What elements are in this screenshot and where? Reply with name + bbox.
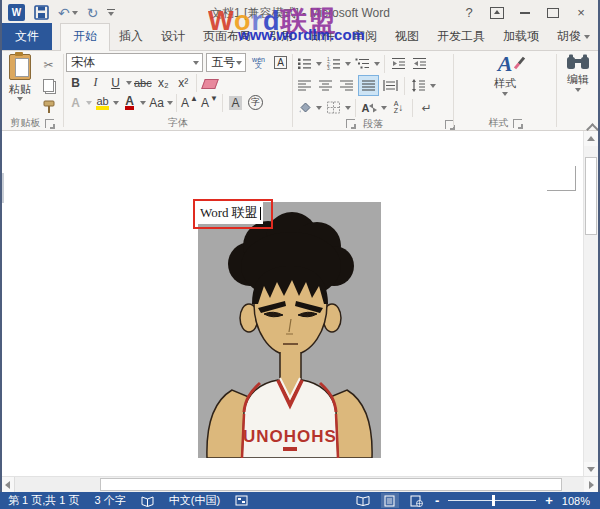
styles-button[interactable]: A 样式 bbox=[455, 51, 555, 116]
tab-addins[interactable]: 加载项 bbox=[494, 24, 548, 50]
clear-formatting-button[interactable] bbox=[200, 73, 219, 92]
tab-home[interactable]: 开始 bbox=[60, 23, 110, 51]
superscript-button[interactable]: x² bbox=[174, 73, 193, 92]
styles-dialog-launcher[interactable] bbox=[513, 119, 522, 128]
macro-record-icon[interactable] bbox=[235, 495, 248, 506]
vertical-scroll-thumb[interactable] bbox=[585, 157, 597, 235]
word-count[interactable]: 3 个字 bbox=[95, 493, 126, 508]
chevron-down-icon[interactable] bbox=[345, 106, 351, 110]
shrink-font-button[interactable]: A▼ bbox=[200, 93, 219, 112]
italic-button[interactable]: I bbox=[86, 73, 105, 92]
bullets-button[interactable] bbox=[295, 54, 314, 73]
paste-button[interactable]: 粘贴 bbox=[2, 51, 38, 101]
scroll-down-button[interactable] bbox=[584, 462, 598, 477]
asian-layout-button[interactable]: A bbox=[360, 98, 379, 117]
document-page[interactable]: UNOHOHS Word 联盟 bbox=[2, 131, 584, 477]
chevron-down-icon[interactable] bbox=[316, 62, 322, 66]
highlight-button[interactable]: ab bbox=[93, 93, 112, 112]
numbering-button[interactable]: 1.2.3. bbox=[324, 54, 343, 73]
format-painter-button[interactable] bbox=[39, 97, 58, 116]
shading-button[interactable] bbox=[295, 98, 314, 117]
chevron-down-icon[interactable] bbox=[430, 84, 436, 88]
customize-qat-button[interactable] bbox=[107, 9, 115, 16]
tab-review[interactable]: 审阅 bbox=[344, 24, 386, 50]
line-spacing-button[interactable] bbox=[409, 76, 428, 95]
horizontal-scrollbar[interactable] bbox=[0, 476, 600, 492]
proofing-icon[interactable] bbox=[141, 495, 154, 507]
text-effects-button[interactable]: A bbox=[66, 93, 85, 112]
cut-button[interactable]: ✂ bbox=[39, 55, 58, 74]
tab-developer[interactable]: 开发工具 bbox=[428, 24, 494, 50]
collapse-ribbon-button[interactable] bbox=[588, 123, 596, 128]
change-case-button[interactable]: Aa bbox=[147, 93, 166, 112]
sort-button[interactable]: AZ ↓ bbox=[389, 98, 408, 117]
tab-view[interactable]: 视图 bbox=[386, 24, 428, 50]
chevron-down-icon[interactable] bbox=[113, 101, 119, 105]
redo-icon[interactable]: ↻ bbox=[87, 6, 99, 20]
page-indicator[interactable]: 第 1 页,共 1 页 bbox=[8, 493, 80, 508]
chevron-down-icon[interactable] bbox=[86, 101, 92, 105]
chevron-down-icon[interactable] bbox=[381, 106, 387, 110]
clipboard-dialog-launcher[interactable] bbox=[45, 119, 54, 128]
justify-button[interactable] bbox=[358, 75, 379, 96]
editing-button[interactable]: 编辑 bbox=[558, 51, 598, 130]
chevron-down-icon[interactable] bbox=[126, 81, 132, 85]
copy-button[interactable] bbox=[39, 76, 58, 95]
tab-mailings[interactable]: 邮件 bbox=[302, 24, 344, 50]
language-indicator[interactable]: 中文(中国) bbox=[169, 493, 220, 508]
chevron-down-icon[interactable] bbox=[140, 101, 146, 105]
document-picture[interactable]: UNOHOHS bbox=[198, 202, 381, 458]
borders-button[interactable] bbox=[324, 98, 343, 117]
enclose-characters-button[interactable]: 字 bbox=[246, 93, 265, 112]
web-layout-button[interactable] bbox=[408, 493, 426, 508]
grow-font-button[interactable]: A▲ bbox=[180, 93, 199, 112]
chevron-down-icon[interactable] bbox=[316, 106, 322, 110]
zoom-slider-thumb[interactable] bbox=[492, 495, 495, 506]
vertical-scrollbar[interactable] bbox=[583, 131, 598, 477]
zoom-slider[interactable] bbox=[448, 495, 536, 506]
tab-user-account[interactable]: 胡俊 bbox=[548, 24, 599, 50]
show-hide-marks-button[interactable]: ↵ bbox=[417, 98, 436, 117]
undo-button[interactable]: ↶ bbox=[58, 6, 78, 20]
distribute-button[interactable] bbox=[381, 76, 400, 95]
align-left-button[interactable] bbox=[295, 76, 314, 95]
zoom-level[interactable]: 108% bbox=[562, 495, 590, 507]
tab-page-layout[interactable]: 页面布局 bbox=[194, 24, 260, 50]
tab-insert[interactable]: 插入 bbox=[110, 24, 152, 50]
scroll-right-button[interactable] bbox=[584, 477, 598, 492]
ribbon-display-options-button[interactable] bbox=[486, 4, 508, 22]
character-border-button[interactable]: A bbox=[271, 53, 290, 72]
close-button[interactable]: × bbox=[570, 4, 592, 22]
chevron-down-icon[interactable] bbox=[72, 11, 78, 15]
print-layout-button[interactable] bbox=[381, 493, 399, 508]
character-shading-button[interactable]: A bbox=[226, 93, 245, 112]
align-right-button[interactable] bbox=[337, 76, 356, 95]
tab-references[interactable]: 引用 bbox=[260, 24, 302, 50]
decrease-indent-button[interactable] bbox=[389, 54, 408, 73]
maximize-button[interactable] bbox=[542, 4, 564, 22]
subscript-button[interactable]: x₂ bbox=[154, 73, 173, 92]
strikethrough-button[interactable]: abc bbox=[133, 73, 153, 92]
read-mode-button[interactable] bbox=[354, 493, 372, 508]
chevron-down-icon[interactable] bbox=[167, 101, 173, 105]
chevron-down-icon[interactable] bbox=[345, 62, 351, 66]
font-size-combo[interactable]: 五号 bbox=[206, 53, 246, 72]
phonetic-guide-button[interactable]: wén 文 bbox=[249, 53, 268, 72]
align-center-button[interactable] bbox=[316, 76, 335, 95]
zoom-in-button[interactable]: + bbox=[545, 496, 553, 506]
chevron-down-icon[interactable] bbox=[374, 62, 380, 66]
word-app-icon[interactable]: W bbox=[8, 4, 25, 21]
save-icon[interactable] bbox=[34, 5, 49, 20]
minimize-button[interactable] bbox=[514, 4, 536, 22]
scroll-left-button[interactable] bbox=[0, 477, 15, 492]
multilevel-list-button[interactable] bbox=[353, 54, 372, 73]
underline-button[interactable]: U bbox=[106, 73, 125, 92]
increase-indent-button[interactable] bbox=[410, 54, 429, 73]
tab-file[interactable]: 文件 bbox=[2, 23, 52, 50]
horizontal-scroll-thumb[interactable] bbox=[100, 478, 562, 491]
zoom-out-button[interactable]: - bbox=[435, 496, 439, 506]
font-color-button[interactable]: A bbox=[120, 93, 139, 112]
tab-design[interactable]: 设计 bbox=[152, 24, 194, 50]
help-button[interactable]: ? bbox=[458, 4, 480, 22]
font-name-combo[interactable]: 宋体 bbox=[66, 53, 203, 72]
